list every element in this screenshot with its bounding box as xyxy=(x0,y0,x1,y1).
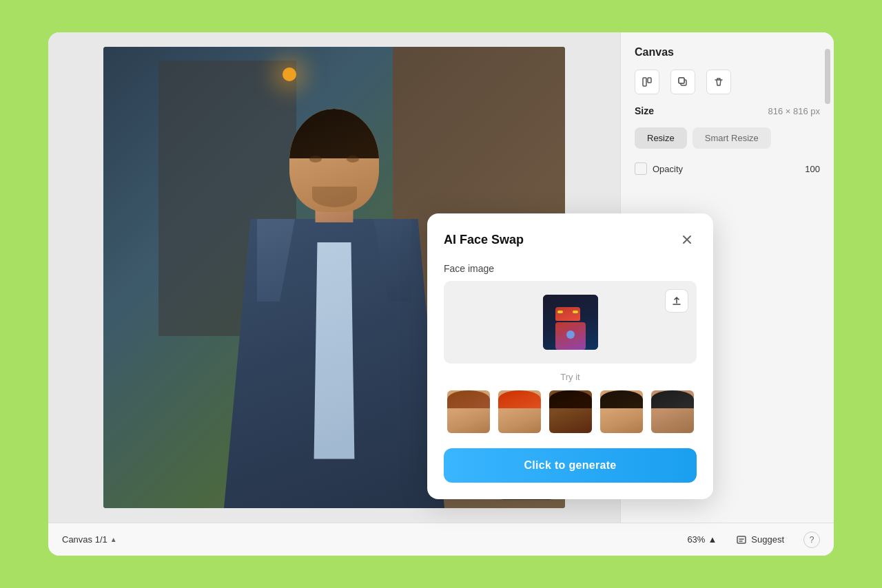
help-button[interactable]: ? xyxy=(803,532,820,548)
opacity-value: 100 xyxy=(805,164,820,174)
modal-header: AI Face Swap xyxy=(444,230,697,249)
opacity-label: Opacity xyxy=(653,164,683,174)
suggest-label: Suggest xyxy=(751,534,784,545)
modal-close-button[interactable] xyxy=(677,230,697,249)
svg-rect-6 xyxy=(737,536,746,543)
format-icon xyxy=(642,76,653,87)
face-skin-2 xyxy=(498,390,541,433)
chevron-up-icon: ▲ xyxy=(110,536,117,543)
face-hair-2 xyxy=(498,390,541,408)
panel-icons xyxy=(635,70,820,94)
ironman-body xyxy=(555,322,586,350)
zoom-indicator[interactable]: 63% ▲ xyxy=(687,534,717,545)
scrollbar-thumb xyxy=(825,49,830,104)
bottom-bar: Canvas 1/1 ▲ 63% ▲ Suggest ? xyxy=(48,523,834,556)
modal-title: AI Face Swap xyxy=(444,233,524,247)
face-skin-3 xyxy=(549,390,592,433)
duplicate-button[interactable] xyxy=(670,70,695,94)
head xyxy=(289,109,379,212)
person-figure xyxy=(217,95,451,508)
smart-resize-button[interactable]: Smart Resize xyxy=(693,127,771,149)
face-image-label: Face image xyxy=(444,263,697,274)
sample-face-inner-4 xyxy=(600,390,643,433)
delete-icon xyxy=(713,76,724,87)
size-label: Size xyxy=(635,105,654,116)
canvas-indicator-text: Canvas 1/1 xyxy=(62,534,107,545)
zoom-value: 63% xyxy=(687,534,705,545)
opacity-checkbox[interactable] xyxy=(635,162,647,175)
face-skin-5 xyxy=(651,390,694,433)
suggest-icon xyxy=(736,534,747,545)
ironman-figure xyxy=(555,295,586,350)
face-skin-4 xyxy=(600,390,643,433)
ironman-preview xyxy=(543,295,598,350)
sample-face-3[interactable] xyxy=(548,389,593,434)
eye-left xyxy=(309,156,322,162)
ai-face-swap-modal[interactable]: AI Face Swap Face image xyxy=(427,213,713,499)
sample-faces xyxy=(444,389,697,434)
ironman-eye-left xyxy=(557,311,563,313)
size-row: Size 816 × 816 px xyxy=(635,105,820,116)
resize-buttons: Resize Smart Resize xyxy=(635,127,820,149)
canvas-indicator: Canvas 1/1 ▲ xyxy=(62,534,117,545)
face-skin-1 xyxy=(447,390,490,433)
opacity-row: Opacity 100 xyxy=(635,162,820,175)
lapel-left xyxy=(257,219,295,302)
delete-button[interactable] xyxy=(706,70,731,94)
hair xyxy=(289,109,379,158)
svg-rect-0 xyxy=(643,78,646,86)
face-hair-5 xyxy=(651,390,694,408)
face-preview xyxy=(543,295,598,350)
jacket xyxy=(224,219,444,508)
beard xyxy=(312,187,357,207)
sample-face-2[interactable] xyxy=(497,389,542,434)
resize-button[interactable]: Resize xyxy=(635,127,687,149)
face-image-box xyxy=(444,281,697,364)
help-label: ? xyxy=(810,535,814,545)
generate-button[interactable]: Click to generate xyxy=(444,448,697,483)
upload-icon xyxy=(671,295,682,306)
sample-face-4[interactable] xyxy=(599,389,644,434)
format-button[interactable] xyxy=(635,70,659,94)
sample-face-inner-5 xyxy=(651,390,694,433)
panel-title: Canvas xyxy=(635,46,820,59)
sample-face-1[interactable] xyxy=(446,389,491,434)
duplicate-icon xyxy=(677,76,688,87)
sample-face-inner-2 xyxy=(498,390,541,433)
suggest-button[interactable]: Suggest xyxy=(728,530,792,549)
face-hair-3 xyxy=(549,390,592,408)
svg-rect-1 xyxy=(648,78,651,83)
upload-button[interactable] xyxy=(665,289,688,313)
sample-face-5[interactable] xyxy=(650,389,695,434)
ironman-eye-right xyxy=(573,311,578,313)
ironman-head-shape xyxy=(555,307,580,321)
scrollbar[interactable] xyxy=(823,32,832,523)
ironman-arc-reactor xyxy=(566,330,575,339)
lapel-right xyxy=(373,219,411,302)
close-icon xyxy=(681,233,693,246)
size-value: 816 × 816 px xyxy=(768,106,820,116)
face-hair-4 xyxy=(600,390,643,408)
try-it-label: Try it xyxy=(444,372,697,382)
svg-rect-4 xyxy=(679,78,684,83)
shirt xyxy=(310,242,358,459)
eye-right xyxy=(347,156,359,162)
zoom-chevron-icon: ▲ xyxy=(708,534,717,545)
bg-light xyxy=(283,67,296,81)
sample-face-inner-1 xyxy=(447,390,490,433)
face-hair-1 xyxy=(447,390,490,408)
sample-face-inner-3 xyxy=(549,390,592,433)
